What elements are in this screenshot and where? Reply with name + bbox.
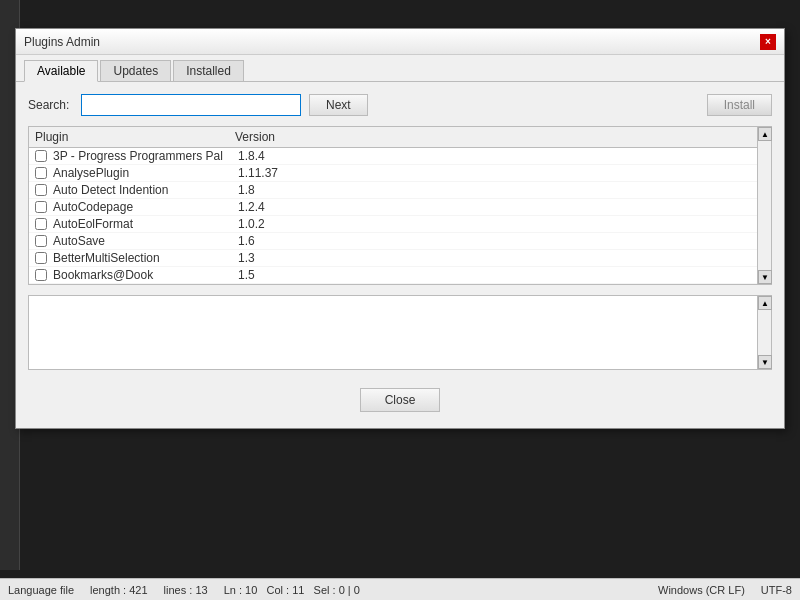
table-row[interactable]: Bookmarks@Dook 1.5 bbox=[29, 267, 771, 284]
status-bar: Language file length : 421 lines : 13 Ln… bbox=[0, 578, 800, 600]
plugin-checkbox-5[interactable] bbox=[35, 235, 47, 247]
col-version-header: Version bbox=[235, 130, 335, 144]
plugin-checkbox-3[interactable] bbox=[35, 201, 47, 213]
search-row-inner: Search: Next Install bbox=[28, 94, 772, 116]
table-row[interactable]: Auto Detect Indention 1.8 bbox=[29, 182, 771, 199]
table-row[interactable]: 3P - Progress Programmers Pal 1.8.4 bbox=[29, 148, 771, 165]
tabs-bar: Available Updates Installed bbox=[16, 55, 784, 82]
plugin-version-0: 1.8.4 bbox=[238, 149, 338, 163]
plugin-name-0: 3P - Progress Programmers Pal bbox=[53, 149, 238, 163]
dialog-overlay: Plugins Admin × Available Updates Instal… bbox=[0, 0, 800, 578]
plugin-checkbox-1[interactable] bbox=[35, 167, 47, 179]
plugin-name-3: AutoCodepage bbox=[53, 200, 238, 214]
plugin-table-container: Plugin Version 3P - Progress Programmers… bbox=[28, 126, 772, 285]
plugin-name-5: AutoSave bbox=[53, 234, 238, 248]
status-language: Language file bbox=[8, 584, 74, 596]
plugin-version-1: 1.11.37 bbox=[238, 166, 338, 180]
desc-scrollbar-up[interactable] bbox=[758, 296, 772, 310]
search-input[interactable] bbox=[81, 94, 301, 116]
install-button[interactable]: Install bbox=[707, 94, 772, 116]
tab-updates[interactable]: Updates bbox=[100, 60, 171, 82]
plugin-checkbox-4[interactable] bbox=[35, 218, 47, 230]
plugin-list: 3P - Progress Programmers Pal 1.8.4 Anal… bbox=[29, 148, 771, 284]
plugin-version-2: 1.8 bbox=[238, 183, 338, 197]
plugin-checkbox-7[interactable] bbox=[35, 269, 47, 281]
plugin-checkbox-0[interactable] bbox=[35, 150, 47, 162]
table-row[interactable]: AnalysePlugin 1.11.37 bbox=[29, 165, 771, 182]
table-row[interactable]: AutoSave 1.6 bbox=[29, 233, 771, 250]
next-button[interactable]: Next bbox=[309, 94, 368, 116]
table-row[interactable]: AutoCodepage 1.2.4 bbox=[29, 199, 771, 216]
description-scrollbar bbox=[757, 296, 771, 369]
plugin-name-4: AutoEolFormat bbox=[53, 217, 238, 231]
scrollbar-down[interactable] bbox=[758, 270, 772, 284]
table-scrollbar bbox=[757, 127, 771, 284]
plugin-name-7: Bookmarks@Dook bbox=[53, 268, 238, 282]
plugin-name-6: BetterMultiSelection bbox=[53, 251, 238, 265]
dialog-content: Search: Next Install Plugin Version 3P -… bbox=[16, 82, 784, 428]
table-row[interactable]: BetterMultiSelection 1.3 bbox=[29, 250, 771, 267]
dialog-titlebar: Plugins Admin × bbox=[16, 29, 784, 55]
table-row[interactable]: AutoEolFormat 1.0.2 bbox=[29, 216, 771, 233]
desc-scrollbar-down[interactable] bbox=[758, 355, 772, 369]
plugin-table-header: Plugin Version bbox=[29, 127, 771, 148]
status-ln: Ln : 10 Col : 11 Sel : 0 | 0 bbox=[224, 584, 360, 596]
col-plugin-header: Plugin bbox=[35, 130, 235, 144]
plugin-version-6: 1.3 bbox=[238, 251, 338, 265]
close-button[interactable]: Close bbox=[360, 388, 441, 412]
tab-installed[interactable]: Installed bbox=[173, 60, 244, 82]
description-area bbox=[28, 295, 772, 370]
plugin-version-3: 1.2.4 bbox=[238, 200, 338, 214]
tab-available[interactable]: Available bbox=[24, 60, 98, 82]
plugin-checkbox-6[interactable] bbox=[35, 252, 47, 264]
plugin-name-1: AnalysePlugin bbox=[53, 166, 238, 180]
plugin-version-7: 1.5 bbox=[238, 268, 338, 282]
status-eol: Windows (CR LF) bbox=[658, 584, 745, 596]
status-encoding: UTF-8 bbox=[761, 584, 792, 596]
plugin-version-5: 1.6 bbox=[238, 234, 338, 248]
plugin-checkbox-2[interactable] bbox=[35, 184, 47, 196]
status-length: length : 421 bbox=[90, 584, 148, 596]
status-lines: lines : 13 bbox=[164, 584, 208, 596]
search-row: Search: Next Install bbox=[28, 94, 772, 116]
search-label: Search: bbox=[28, 98, 73, 112]
plugin-version-4: 1.0.2 bbox=[238, 217, 338, 231]
plugin-name-2: Auto Detect Indention bbox=[53, 183, 238, 197]
plugins-admin-dialog: Plugins Admin × Available Updates Instal… bbox=[15, 28, 785, 429]
dialog-close-button[interactable]: × bbox=[760, 34, 776, 50]
scrollbar-up[interactable] bbox=[758, 127, 772, 141]
dialog-title: Plugins Admin bbox=[24, 35, 100, 49]
button-row: Close bbox=[28, 382, 772, 416]
